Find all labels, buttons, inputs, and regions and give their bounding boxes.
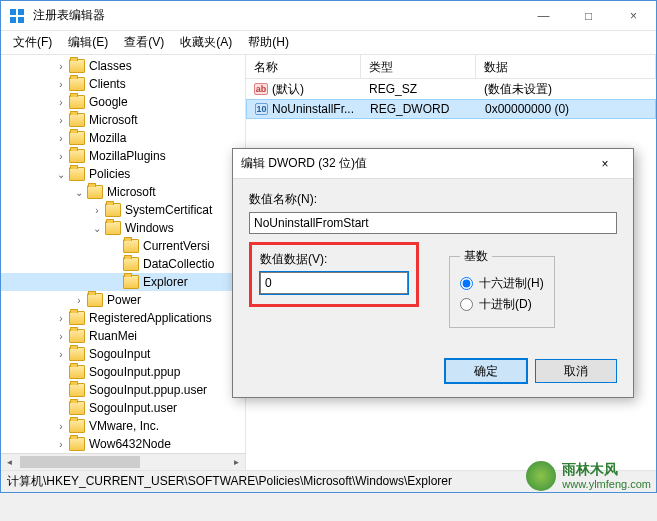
- value-name: NoUninstallFr...: [272, 102, 354, 116]
- expand-icon[interactable]: ›: [55, 96, 67, 108]
- expand-icon[interactable]: ›: [91, 204, 103, 216]
- tree-item[interactable]: ›RuanMei: [1, 327, 245, 345]
- tree-item[interactable]: SogouInput.user: [1, 399, 245, 417]
- tree-item[interactable]: ›Microsoft: [1, 111, 245, 129]
- radix-dec-radio[interactable]: [460, 298, 473, 311]
- window-caption-buttons: — □ ×: [521, 1, 656, 30]
- edit-dword-dialog: 编辑 DWORD (32 位)值 × 数值名称(N): 数值数据(V): 基数 …: [232, 148, 634, 398]
- tree-item[interactable]: ›Google: [1, 93, 245, 111]
- tree-item[interactable]: SogouInput.ppup: [1, 363, 245, 381]
- tree-item[interactable]: ›Classes: [1, 57, 245, 75]
- tree-item[interactable]: Explorer: [1, 273, 245, 291]
- maximize-button[interactable]: □: [566, 1, 611, 30]
- folder-icon: [69, 419, 85, 433]
- expand-icon[interactable]: ›: [55, 348, 67, 360]
- tree-item-label: CurrentVersi: [143, 239, 210, 253]
- value-name-label: 数值名称(N):: [249, 191, 617, 208]
- folder-icon: [69, 437, 85, 451]
- tree-item-label: SystemCertificat: [125, 203, 212, 217]
- tree-item[interactable]: CurrentVersi: [1, 237, 245, 255]
- twisty-spacer: [109, 276, 121, 288]
- folder-icon: [69, 149, 85, 163]
- string-value-icon: ab: [254, 83, 268, 95]
- folder-icon: [123, 275, 139, 289]
- radix-dec-option[interactable]: 十进制(D): [460, 296, 544, 313]
- tree-item-label: Clients: [89, 77, 126, 91]
- cancel-button[interactable]: 取消: [535, 359, 617, 383]
- col-type[interactable]: 类型: [361, 55, 476, 78]
- folder-icon: [105, 221, 121, 235]
- scroll-right-arrow[interactable]: ►: [228, 454, 245, 470]
- watermark-url: www.ylmfeng.com: [562, 478, 651, 490]
- col-name[interactable]: 名称: [246, 55, 361, 78]
- twisty-spacer: [55, 366, 67, 378]
- ok-button[interactable]: 确定: [445, 359, 527, 383]
- expand-icon[interactable]: ›: [55, 330, 67, 342]
- watermark: 雨林木风 www.ylmfeng.com: [526, 461, 651, 491]
- twisty-spacer: [109, 240, 121, 252]
- collapse-icon[interactable]: ⌄: [73, 186, 85, 198]
- radix-hex-radio[interactable]: [460, 277, 473, 290]
- watermark-logo-icon: [526, 461, 556, 491]
- expand-icon[interactable]: ›: [55, 420, 67, 432]
- tree-item[interactable]: ⌄Policies: [1, 165, 245, 183]
- list-header: 名称 类型 数据: [246, 55, 656, 79]
- dialog-title-bar[interactable]: 编辑 DWORD (32 位)值 ×: [233, 149, 633, 179]
- list-row[interactable]: ab(默认)REG_SZ(数值未设置): [246, 79, 656, 99]
- folder-icon: [69, 131, 85, 145]
- radix-hex-option[interactable]: 十六进制(H): [460, 275, 544, 292]
- expand-icon[interactable]: ›: [55, 78, 67, 90]
- cell-type: REG_SZ: [361, 82, 476, 96]
- scroll-left-arrow[interactable]: ◄: [1, 454, 18, 470]
- tree-item[interactable]: ›SogouInput: [1, 345, 245, 363]
- close-button[interactable]: ×: [611, 1, 656, 30]
- tree-item[interactable]: DataCollectio: [1, 255, 245, 273]
- folder-icon: [69, 167, 85, 181]
- tree-item[interactable]: ›RegisteredApplications: [1, 309, 245, 327]
- registry-tree[interactable]: ›Classes›Clients›Google›Microsoft›Mozill…: [1, 55, 245, 453]
- tree-item-label: SogouInput: [89, 347, 150, 361]
- menu-favorites[interactable]: 收藏夹(A): [172, 32, 240, 53]
- collapse-icon[interactable]: ⌄: [91, 222, 103, 234]
- col-data[interactable]: 数据: [476, 55, 656, 78]
- tree-item[interactable]: ›Wow6432Node: [1, 435, 245, 453]
- tree-item-label: SogouInput.user: [89, 401, 177, 415]
- expand-icon[interactable]: ›: [55, 438, 67, 450]
- tree-item[interactable]: ›VMware, Inc.: [1, 417, 245, 435]
- expand-icon[interactable]: ›: [55, 312, 67, 324]
- tree-horizontal-scrollbar[interactable]: ◄ ►: [1, 453, 245, 470]
- tree-item[interactable]: ›Power: [1, 291, 245, 309]
- menu-edit[interactable]: 编辑(E): [60, 32, 116, 53]
- tree-item[interactable]: ›SystemCertificat: [1, 201, 245, 219]
- tree-item[interactable]: ⌄Windows: [1, 219, 245, 237]
- tree-item[interactable]: ›MozillaPlugins: [1, 147, 245, 165]
- expand-icon[interactable]: ›: [55, 60, 67, 72]
- collapse-icon[interactable]: ⌄: [55, 168, 67, 180]
- value-data-field[interactable]: [260, 272, 408, 294]
- tree-item[interactable]: ›Mozilla: [1, 129, 245, 147]
- expand-icon[interactable]: ›: [55, 114, 67, 126]
- menu-view[interactable]: 查看(V): [116, 32, 172, 53]
- tree-item-label: MozillaPlugins: [89, 149, 166, 163]
- value-name-field[interactable]: [249, 212, 617, 234]
- scroll-thumb[interactable]: [20, 456, 140, 468]
- minimize-button[interactable]: —: [521, 1, 566, 30]
- tree-item[interactable]: ›Clients: [1, 75, 245, 93]
- expand-icon[interactable]: ›: [73, 294, 85, 306]
- scroll-track[interactable]: [18, 454, 228, 470]
- tree-item-label: Power: [107, 293, 141, 307]
- tree-item[interactable]: ⌄Microsoft: [1, 183, 245, 201]
- cell-data: (数值未设置): [476, 81, 656, 98]
- expand-icon[interactable]: ›: [55, 132, 67, 144]
- title-bar[interactable]: 注册表编辑器 — □ ×: [1, 1, 656, 31]
- tree-item[interactable]: SogouInput.ppup.user: [1, 381, 245, 399]
- menu-file[interactable]: 文件(F): [5, 32, 60, 53]
- list-row[interactable]: 10NoUninstallFr...REG_DWORD0x00000000 (0…: [246, 99, 656, 119]
- cell-name: ab(默认): [246, 81, 361, 98]
- expand-icon[interactable]: ›: [55, 150, 67, 162]
- tree-item-label: Windows: [125, 221, 174, 235]
- list-body[interactable]: ab(默认)REG_SZ(数值未设置)10NoUninstallFr...REG…: [246, 79, 656, 119]
- menu-help[interactable]: 帮助(H): [240, 32, 297, 53]
- highlight-box: 数值数据(V):: [249, 242, 419, 307]
- dialog-close-button[interactable]: ×: [585, 149, 625, 178]
